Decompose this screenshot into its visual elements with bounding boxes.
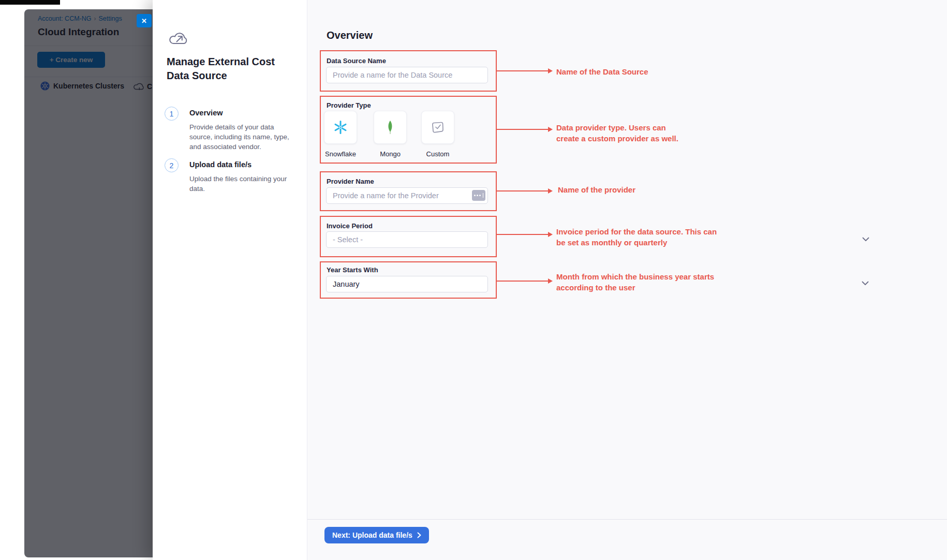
- step-1-number-badge: 1: [165, 107, 179, 121]
- mongodb-leaf-icon: [386, 120, 394, 135]
- cloud-external-icon: [169, 30, 188, 47]
- year-starts-with-chevron-down-icon[interactable]: [862, 281, 869, 286]
- close-icon: ✕: [141, 17, 147, 25]
- annotation-text: Data provider type. Users cancreate a cu…: [556, 122, 678, 144]
- annotation-arrow: [497, 234, 549, 235]
- year-starts-with-select[interactable]: January: [326, 276, 488, 292]
- annotation-text: Name of the Data Source: [556, 66, 648, 77]
- step-1-description: Provide details of your data source, inc…: [189, 122, 291, 152]
- step-2-label[interactable]: Upload data file/s: [189, 160, 251, 169]
- footer-divider: [307, 519, 947, 520]
- annotation-text: Invoice period for the data source. This…: [556, 226, 717, 248]
- next-upload-button[interactable]: Next: Upload data file/s: [324, 527, 429, 543]
- chevron-right-icon: [417, 532, 421, 538]
- annotation-text: Name of the provider: [558, 184, 635, 195]
- provider-card-custom[interactable]: [421, 111, 454, 144]
- annotation-arrow: [497, 281, 549, 282]
- year-starts-with-label: Year Starts With: [327, 266, 378, 274]
- form-heading: Overview: [327, 30, 373, 41]
- snowflake-icon: [333, 120, 348, 135]
- drawer-title: Manage External Cost Data Source: [167, 55, 299, 83]
- provider-card-snowflake[interactable]: [324, 111, 357, 144]
- provider-card-mongo[interactable]: [374, 111, 407, 144]
- annotation-arrow: [497, 129, 549, 130]
- annotation-arrow: [497, 190, 549, 191]
- step-1-label[interactable]: Overview: [189, 109, 223, 117]
- close-button[interactable]: ✕: [137, 14, 152, 27]
- app-root: Account: CCM-NG›Settings Cloud Integrati…: [0, 0, 947, 560]
- window-edge-strip: [0, 0, 60, 5]
- provider-option-label: Mongo: [367, 150, 413, 158]
- data-source-name-input[interactable]: [326, 67, 488, 83]
- annotation-arrow: [497, 70, 549, 71]
- provider-name-label: Provider Name: [327, 178, 374, 185]
- modal-scrim-overlay: [24, 9, 153, 557]
- provider-name-input[interactable]: [326, 187, 488, 204]
- provider-type-label: Provider Type: [327, 101, 371, 109]
- annotation-text: Month from which the business year start…: [556, 271, 714, 293]
- runtime-input-ellipsis-icon[interactable]: [472, 190, 485, 201]
- invoice-period-select[interactable]: - Select -: [326, 231, 488, 248]
- custom-provider-icon: [431, 121, 445, 134]
- year-starts-with-value: January: [333, 280, 360, 288]
- provider-option-label: Snowflake: [318, 150, 363, 158]
- next-upload-button-label: Next: Upload data file/s: [332, 531, 412, 539]
- invoice-period-label: Invoice Period: [327, 222, 373, 230]
- invoice-period-value: - Select -: [333, 235, 363, 244]
- invoice-period-chevron-down-icon[interactable]: [862, 237, 869, 242]
- data-source-name-label: Data Source Name: [327, 57, 386, 65]
- provider-option-label: Custom: [415, 150, 461, 158]
- step-2-description: Upload the files containing your data.: [189, 174, 293, 194]
- step-2-number-badge: 2: [165, 158, 179, 172]
